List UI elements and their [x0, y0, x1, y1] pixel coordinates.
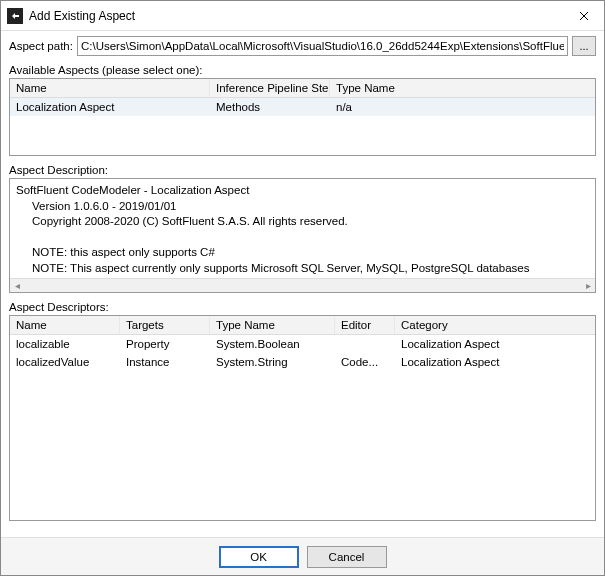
available-aspects-label: Available Aspects (please select one): [9, 64, 596, 76]
table-row[interactable]: localizedValue Instance System.String Co… [10, 353, 595, 371]
horizontal-scrollbar[interactable]: ◂ ▸ [10, 278, 595, 292]
col-d-name[interactable]: Name [10, 316, 120, 334]
window-title: Add Existing Aspect [29, 9, 564, 23]
cell-d-editor: Code... [335, 353, 395, 371]
aspect-descriptors-label: Aspect Descriptors: [9, 301, 596, 313]
cell-d-type: System.String [210, 353, 335, 371]
col-type[interactable]: Type Name [330, 79, 595, 97]
close-button[interactable] [564, 1, 604, 31]
available-aspects-grid: Name Inference Pipeline Step Type Name L… [9, 78, 596, 156]
app-icon [7, 8, 23, 24]
browse-button[interactable]: ... [572, 36, 596, 56]
cell-inference: Methods [210, 98, 330, 116]
aspect-path-row: Aspect path: ... [9, 36, 596, 56]
scroll-right-icon[interactable]: ▸ [581, 280, 595, 291]
dialog-footer: OK Cancel [1, 537, 604, 575]
descriptors-header: Name Targets Type Name Editor Category [10, 316, 595, 335]
aspect-path-input[interactable] [77, 36, 568, 56]
table-row[interactable]: localizable Property System.Boolean Loca… [10, 335, 595, 353]
aspect-description-label: Aspect Description: [9, 164, 596, 176]
available-aspects-header: Name Inference Pipeline Step Type Name [10, 79, 595, 98]
col-d-type[interactable]: Type Name [210, 316, 335, 334]
cell-d-name: localizable [10, 335, 120, 353]
cell-d-targets: Property [120, 335, 210, 353]
titlebar: Add Existing Aspect [1, 1, 604, 31]
table-row[interactable]: Localization Aspect Methods n/a [10, 98, 595, 116]
ok-button[interactable]: OK [219, 546, 299, 568]
aspect-descriptors-grid: Name Targets Type Name Editor Category l… [9, 315, 596, 521]
aspect-description-box: SoftFluent CodeModeler - Localization As… [9, 178, 596, 293]
scroll-left-icon[interactable]: ◂ [10, 280, 24, 291]
cell-name: Localization Aspect [10, 98, 210, 116]
col-d-category[interactable]: Category [395, 316, 595, 334]
cell-type: n/a [330, 98, 595, 116]
aspect-path-label: Aspect path: [9, 40, 73, 52]
aspect-description-text: SoftFluent CodeModeler - Localization As… [10, 179, 595, 278]
cell-d-targets: Instance [120, 353, 210, 371]
col-d-editor[interactable]: Editor [335, 316, 395, 334]
col-name[interactable]: Name [10, 79, 210, 97]
col-inference[interactable]: Inference Pipeline Step [210, 79, 330, 97]
cell-d-editor [335, 335, 395, 353]
cell-d-category: Localization Aspect [395, 353, 595, 371]
cancel-button[interactable]: Cancel [307, 546, 387, 568]
cell-d-type: System.Boolean [210, 335, 335, 353]
close-icon [579, 11, 589, 21]
col-d-targets[interactable]: Targets [120, 316, 210, 334]
cell-d-category: Localization Aspect [395, 335, 595, 353]
cell-d-name: localizedValue [10, 353, 120, 371]
